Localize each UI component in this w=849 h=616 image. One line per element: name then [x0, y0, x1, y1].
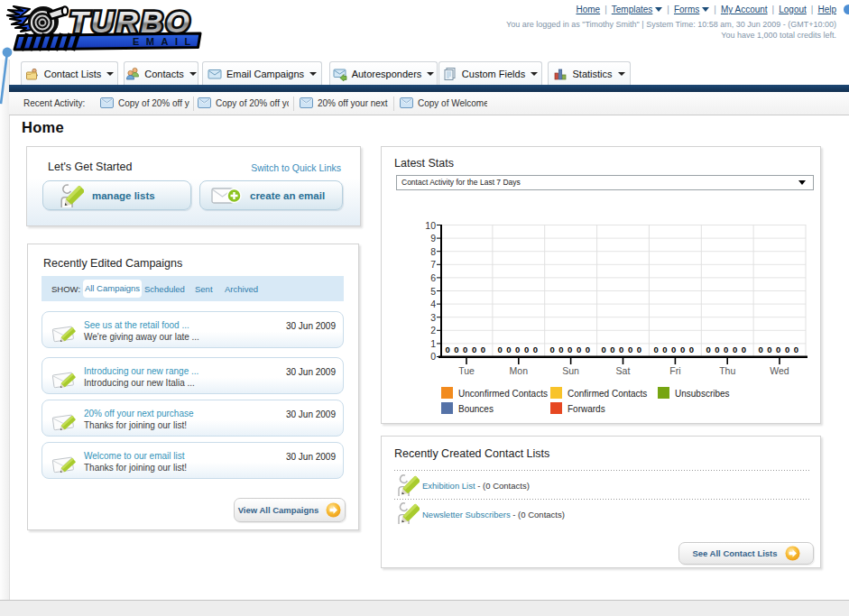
svg-text:8: 8 — [430, 246, 436, 257]
svg-text:Fri: Fri — [669, 365, 680, 376]
svg-text:Mon: Mon — [510, 365, 529, 376]
svg-text:4: 4 — [430, 299, 436, 309]
svg-text:Thu: Thu — [719, 365, 735, 376]
svg-text:Wed: Wed — [770, 365, 789, 376]
svg-text:Sat: Sat — [616, 365, 631, 376]
svg-text:Bounces: Bounces — [458, 404, 494, 414]
svg-text:Tue: Tue — [458, 365, 475, 376]
svg-text:6: 6 — [430, 272, 436, 283]
svg-text:00000: 00000 — [498, 345, 542, 354]
svg-text:Unconfirmed Contacts: Unconfirmed Contacts — [458, 389, 548, 399]
svg-text:7: 7 — [430, 259, 436, 270]
svg-text:Unsubscribes: Unsubscribes — [675, 389, 730, 399]
svg-text:1: 1 — [430, 338, 436, 349]
svg-text:00000: 00000 — [759, 345, 803, 354]
svg-text:9: 9 — [430, 233, 436, 244]
svg-text:10: 10 — [425, 220, 436, 231]
svg-text:00000: 00000 — [602, 345, 646, 354]
svg-text:00000: 00000 — [446, 345, 490, 354]
svg-text:Confirmed Contacts: Confirmed Contacts — [568, 389, 647, 399]
svg-text:EMAIL: EMAIL — [133, 36, 198, 47]
svg-text:Sun: Sun — [562, 365, 579, 376]
svg-text:00000: 00000 — [550, 345, 595, 354]
svg-text:5: 5 — [430, 286, 436, 297]
svg-text:2: 2 — [430, 325, 436, 336]
svg-text:0: 0 — [430, 351, 436, 362]
svg-text:Forwards: Forwards — [568, 404, 605, 414]
svg-text:00000: 00000 — [654, 345, 698, 354]
svg-text:3: 3 — [430, 312, 436, 323]
svg-text:00000: 00000 — [706, 345, 751, 354]
